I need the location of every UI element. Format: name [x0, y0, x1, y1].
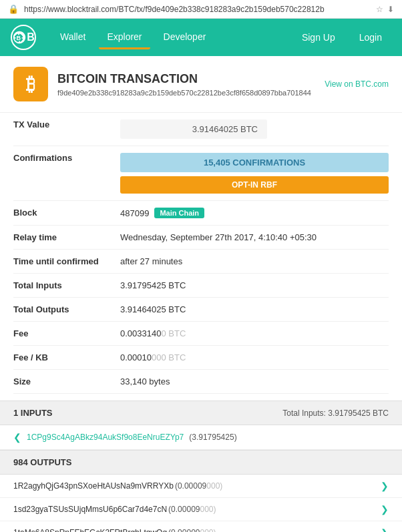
chevron-left-icon: ❮: [13, 432, 21, 443]
main-chain-badge: Main Chain: [154, 208, 204, 218]
nav-links: Wallet Explorer Developer: [52, 26, 292, 49]
output-address[interactable]: 1taMs6A8SpRnFEhEGcK3FRtBrghLtqwQq: [13, 528, 167, 532]
block-row: Block 487099 Main Chain: [13, 201, 389, 226]
input-amount: (3.91795425): [189, 433, 236, 442]
fee-row: Fee 0.00331400 BTC: [13, 322, 389, 346]
logo-icon: B: [12, 30, 27, 45]
btc-icon: ₿: [13, 67, 48, 101]
confirmations-label: Confirmations: [13, 153, 120, 163]
url-text: https://www.blocktrail.com/BTC/tx/f9de40…: [24, 5, 371, 14]
block-number: 487099: [120, 208, 149, 218]
outputs-title: 984 OUTPUTS: [13, 457, 71, 467]
inputs-title: 1 INPUTS: [13, 408, 53, 418]
outputs-list: 1R2agyhQjG43pnSXoeHtAUsNa9mVRRYXb (0.000…: [0, 475, 402, 532]
output-amount: (0.00009000): [175, 481, 222, 491]
time-until-row: Time until confirmed after 27 minutes: [13, 250, 389, 274]
url-actions: ☆ ⬇: [376, 5, 394, 14]
tx-value-row: TX Value 3.91464025 BTC: [13, 113, 389, 146]
view-btc-link[interactable]: View on BTC.com: [325, 79, 389, 89]
inputs-section-header: 1 INPUTS Total Inputs: 3.91795425 BTC: [0, 401, 402, 425]
lock-icon: 🔒: [8, 4, 19, 14]
confirmations-box: 15,405 CONFIRMATIONS: [120, 153, 389, 172]
time-until-value: after 27 minutes: [120, 256, 389, 266]
output-row[interactable]: 1sd23gyaTSUsSUjqMmsU6p6Car7d4e7cN (0.000…: [0, 498, 402, 521]
chevron-right-icon: ❯: [381, 504, 389, 515]
tx-value-label: TX Value: [13, 119, 120, 129]
total-inputs-row: Total Inputs 3.91795425 BTC: [13, 274, 389, 298]
tx-header: ₿ BITCOIN TRANSACTION f9de409e2b338c9182…: [0, 56, 402, 113]
time-until-label: Time until confirmed: [13, 256, 120, 266]
fee-value: 0.00331400 BTC: [120, 328, 389, 338]
block-label: Block: [13, 208, 120, 218]
output-amount: (0.00009000): [168, 528, 216, 532]
nav-explorer[interactable]: Explorer: [99, 26, 150, 49]
bookmark-icon[interactable]: ☆: [376, 5, 383, 14]
total-outputs-row: Total Outputs 3.91464025 BTC: [13, 298, 389, 322]
rbf-box: OPT-IN RBF: [120, 176, 389, 194]
fee-kb-label: Fee / KB: [13, 352, 120, 362]
fee-dim: 0 BTC: [161, 328, 186, 338]
logo[interactable]: B B: [11, 25, 36, 50]
fee-main: 0.0033140: [120, 328, 161, 338]
fee-kb-main: 0.00010: [120, 352, 152, 362]
total-inputs-value: 3.91795425 BTC: [120, 280, 389, 290]
input-address[interactable]: 1CPg9Sc4AgABkz94AukSf9o8EeNruEZYp7: [27, 433, 184, 442]
outputs-section-header: 984 OUTPUTS: [0, 450, 402, 475]
tx-header-left: ₿ BITCOIN TRANSACTION f9de409e2b338c9182…: [13, 67, 311, 101]
size-value: 33,140 bytes: [120, 376, 389, 386]
tx-info: BITCOIN TRANSACTION f9de409e2b338c918283…: [57, 72, 311, 97]
download-icon[interactable]: ⬇: [387, 5, 394, 14]
signup-button[interactable]: Sign Up: [292, 27, 345, 48]
output-address[interactable]: 1R2agyhQjG43pnSXoeHtAUsNa9mVRRYXb: [13, 481, 174, 491]
output-address[interactable]: 1sd23gyaTSUsSUjqMmsU6p6Car7d4e7cN: [13, 505, 167, 514]
total-outputs-label: Total Outputs: [13, 304, 120, 314]
tx-value-value: 3.91464025 BTC: [120, 119, 389, 139]
main-content: ₿ BITCOIN TRANSACTION f9de409e2b338c9182…: [0, 56, 402, 532]
svg-text:B: B: [17, 35, 21, 41]
tx-value-box: 3.91464025 BTC: [120, 119, 267, 139]
fee-label: Fee: [13, 328, 120, 338]
fee-kb-value: 0.00010000 BTC: [120, 352, 389, 362]
nav-right: Sign Up Login: [292, 27, 391, 48]
inputs-total: Total Inputs: 3.91795425 BTC: [282, 409, 389, 418]
details-table: TX Value 3.91464025 BTC Confirmations 15…: [0, 113, 402, 401]
nav-developer[interactable]: Developer: [156, 26, 214, 49]
input-item[interactable]: ❮ 1CPg9Sc4AgABkz94AukSf9o8EeNruEZYp7 (3.…: [0, 425, 402, 450]
chevron-right-icon: ❯: [381, 481, 389, 491]
total-outputs-value: 3.91464025 BTC: [120, 304, 389, 314]
output-row[interactable]: 1R2agyhQjG43pnSXoeHtAUsNa9mVRRYXb (0.000…: [0, 475, 402, 498]
fee-kb-dim: 000 BTC: [152, 352, 186, 362]
confirmations-value: 15,405 CONFIRMATIONS OPT-IN RBF: [120, 153, 389, 194]
relay-time-label: Relay time: [13, 232, 120, 242]
nav-wallet[interactable]: Wallet: [52, 26, 93, 49]
fee-kb-row: Fee / KB 0.00010000 BTC: [13, 346, 389, 370]
size-label: Size: [13, 376, 120, 386]
total-inputs-label: Total Inputs: [13, 280, 120, 290]
output-left: 1R2agyhQjG43pnSXoeHtAUsNa9mVRRYXb (0.000…: [13, 481, 381, 491]
output-row[interactable]: 1taMs6A8SpRnFEhEGcK3FRtBrghLtqwQq (0.000…: [0, 521, 402, 532]
block-value: 487099 Main Chain: [120, 208, 389, 218]
url-bar: 🔒 https://www.blocktrail.com/BTC/tx/f9de…: [0, 0, 402, 19]
confirmations-row: Confirmations 15,405 CONFIRMATIONS OPT-I…: [13, 146, 389, 201]
login-button[interactable]: Login: [350, 27, 391, 48]
relay-time-value: Wednesday, September 27th 2017, 4:10:40 …: [120, 232, 389, 242]
tx-hash: f9de409e2b338c918283a9c2b159deb570c22812…: [57, 89, 311, 97]
navbar: B B Wallet Explorer Developer Sign Up Lo…: [0, 19, 402, 56]
output-left: 1taMs6A8SpRnFEhEGcK3FRtBrghLtqwQq (0.000…: [13, 528, 381, 532]
size-row: Size 33,140 bytes: [13, 370, 389, 394]
output-left: 1sd23gyaTSUsSUjqMmsU6p6Car7d4e7cN (0.000…: [13, 505, 381, 514]
relay-time-row: Relay time Wednesday, September 27th 201…: [13, 226, 389, 250]
output-amount: (0.00009000): [168, 505, 216, 514]
tx-title: BITCOIN TRANSACTION: [57, 72, 311, 86]
btc-symbol: ₿: [26, 73, 35, 95]
chevron-right-icon: ❯: [381, 527, 389, 532]
